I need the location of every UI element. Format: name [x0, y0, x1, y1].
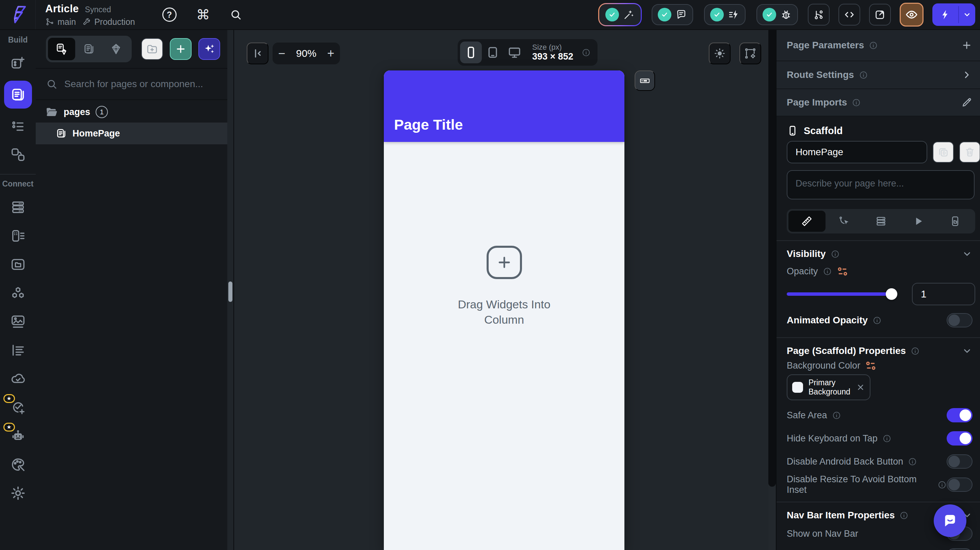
rail-item-database[interactable]: [7, 196, 29, 218]
branch-name[interactable]: main: [57, 17, 76, 27]
canvas[interactable]: − 90% + Size (px) 393 × 852: [234, 30, 776, 550]
pages-panel-scroll-thumb[interactable]: [228, 281, 232, 302]
canvas-settings-button[interactable]: [740, 43, 761, 64]
disable-resize-bottom-inset-toggle[interactable]: [947, 478, 972, 492]
device-phone-button[interactable]: [460, 41, 482, 63]
always-show-nav-bar-toggle[interactable]: [947, 548, 972, 550]
add-folder-button[interactable]: [141, 38, 163, 60]
size-info-icon[interactable]: [582, 48, 591, 57]
light-mode-toggle-button[interactable]: [709, 43, 730, 64]
ai-generate-page-button[interactable]: [198, 38, 220, 60]
rail-item-integrations[interactable]: [7, 282, 29, 304]
hide-keyboard-on-tap-toggle[interactable]: [947, 431, 972, 445]
empty-column-dropzone[interactable]: Drag Widgets Into Column: [453, 246, 555, 327]
tab-animations[interactable]: [899, 210, 937, 232]
rail-item-cloud-functions[interactable]: [7, 368, 29, 390]
phone-body[interactable]: Drag Widgets Into Column: [384, 142, 624, 550]
canvas-scroll-thumb[interactable]: [768, 30, 776, 487]
background-color-chip[interactable]: Primary Background: [787, 375, 870, 400]
deploy-options-button[interactable]: [959, 3, 975, 26]
tab-pages-and-components[interactable]: [48, 38, 75, 60]
info-icon[interactable]: [882, 434, 891, 443]
add-page-button[interactable]: [170, 38, 192, 60]
clear-color-button[interactable]: [856, 383, 865, 392]
rail-item-app-values[interactable]: [7, 115, 29, 137]
info-icon[interactable]: [852, 98, 861, 107]
rail-item-widget-palette[interactable]: [7, 52, 29, 75]
edit-imports-button[interactable]: [961, 97, 972, 108]
opacity-slider-track[interactable]: [787, 292, 895, 296]
conditional-value-icon[interactable]: [837, 267, 848, 276]
opacity-slider[interactable]: [787, 288, 897, 300]
rail-item-automations[interactable]: ★: [7, 396, 29, 419]
device-tablet-button[interactable]: [482, 41, 504, 63]
info-icon[interactable]: [823, 267, 832, 276]
collapse-visibility-button[interactable]: [962, 249, 972, 259]
phone-preview[interactable]: Page Title Drag Widgets Into Column: [384, 70, 624, 550]
tab-device-docs[interactable]: [937, 210, 974, 232]
rail-item-settings[interactable]: [7, 482, 29, 504]
opacity-value-input[interactable]: [912, 283, 975, 305]
keyboard-toolbar-button[interactable]: [635, 70, 655, 91]
page-list-item-homepage[interactable]: HomePage: [36, 123, 229, 144]
safe-area-toggle[interactable]: [947, 408, 972, 422]
app-bar-title[interactable]: Page Title: [394, 116, 463, 133]
branch-manager-button[interactable]: [808, 4, 830, 26]
zoom-level[interactable]: 90%: [296, 48, 317, 59]
zoom-in-button[interactable]: +: [325, 46, 337, 61]
design-status-pill[interactable]: [598, 3, 642, 26]
page-parameters-row[interactable]: Page Parameters: [776, 30, 980, 61]
info-icon[interactable]: [869, 41, 878, 50]
opacity-slider-thumb[interactable]: [886, 288, 897, 300]
rail-item-media-assets[interactable]: [7, 253, 29, 276]
tab-pages-only[interactable]: [75, 38, 102, 60]
pages-search-input[interactable]: [64, 79, 223, 89]
info-icon[interactable]: [908, 457, 917, 466]
pages-folder-row[interactable]: pages 1: [36, 101, 234, 123]
info-icon[interactable]: [872, 316, 882, 325]
tab-properties[interactable]: [788, 210, 826, 232]
pages-panel-scrollbar[interactable]: [227, 30, 234, 550]
page-description-input[interactable]: [787, 170, 975, 199]
intercom-chat-button[interactable]: [934, 504, 966, 537]
disable-android-back-button-toggle[interactable]: [947, 454, 972, 469]
color-swatch[interactable]: [792, 382, 803, 393]
view-code-button[interactable]: [838, 4, 860, 26]
open-preview-button[interactable]: [869, 4, 891, 26]
help-icon[interactable]: ?: [162, 8, 177, 22]
test-status-pill[interactable]: [703, 3, 746, 26]
tab-components-only[interactable]: [102, 38, 130, 60]
expand-route-settings-button[interactable]: [961, 69, 972, 81]
rail-item-ai-agents[interactable]: ★: [7, 425, 29, 447]
tab-backend-query[interactable]: [862, 210, 900, 232]
tab-actions[interactable]: [826, 210, 862, 232]
delete-page-button[interactable]: [959, 142, 980, 163]
page-name-input[interactable]: [787, 141, 927, 163]
add-widget-plus-icon[interactable]: [487, 246, 522, 279]
environment-name[interactable]: Production: [94, 17, 135, 27]
deploy-button[interactable]: [932, 3, 958, 26]
rail-item-pages[interactable]: [4, 81, 32, 108]
page-imports-row[interactable]: Page Imports: [776, 89, 980, 116]
info-icon[interactable]: [937, 480, 947, 489]
rail-item-media[interactable]: [7, 310, 29, 333]
zoom-out-button[interactable]: −: [275, 46, 288, 61]
copy-page-button[interactable]: D: [933, 142, 954, 163]
debug-status-pill[interactable]: [756, 3, 799, 26]
route-settings-row[interactable]: Route Settings: [776, 61, 980, 89]
search-icon[interactable]: [230, 8, 242, 21]
rail-item-theme[interactable]: [7, 453, 29, 476]
info-icon[interactable]: [899, 511, 908, 520]
collapse-scaffold-properties-button[interactable]: [962, 346, 972, 356]
device-desktop-button[interactable]: [504, 41, 525, 63]
collapse-panel-button[interactable]: [247, 43, 269, 64]
comments-status-pill[interactable]: [651, 3, 694, 26]
command-palette-icon[interactable]: ⌘: [196, 8, 210, 21]
rail-item-content[interactable]: [7, 339, 29, 362]
info-icon[interactable]: [832, 411, 841, 420]
info-icon[interactable]: [859, 70, 868, 80]
app-bar[interactable]: Page Title: [384, 70, 624, 142]
info-icon[interactable]: [911, 346, 920, 356]
rail-item-components-link[interactable]: [7, 143, 29, 166]
info-icon[interactable]: [830, 249, 840, 259]
